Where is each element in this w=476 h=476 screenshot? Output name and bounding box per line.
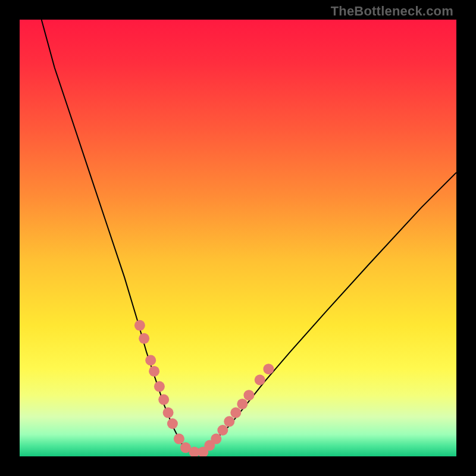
- chart-svg: [20, 20, 456, 456]
- highlight-dot: [224, 416, 234, 427]
- highlight-dot: [230, 408, 241, 418]
- highlight-dot: [163, 408, 174, 418]
- outer-frame: TheBottleneck.com: [0, 0, 476, 476]
- highlight-dot: [134, 320, 145, 331]
- highlight-dot: [263, 364, 274, 374]
- highlight-dots: [134, 320, 274, 456]
- highlight-dot: [255, 375, 265, 386]
- highlight-dot: [158, 394, 169, 405]
- watermark-text: TheBottleneck.com: [331, 4, 453, 19]
- highlight-dot: [237, 399, 248, 409]
- highlight-dot: [211, 434, 221, 444]
- plot-area: [20, 20, 456, 456]
- highlight-dot: [154, 381, 165, 392]
- highlight-dot: [145, 355, 156, 366]
- highlight-dot: [217, 425, 228, 436]
- highlight-dot: [139, 333, 149, 344]
- bottleneck-curve: [42, 20, 456, 452]
- highlight-dot: [243, 390, 254, 400]
- highlight-dot: [167, 418, 178, 429]
- highlight-dot: [149, 366, 159, 377]
- highlight-dot: [174, 434, 184, 444]
